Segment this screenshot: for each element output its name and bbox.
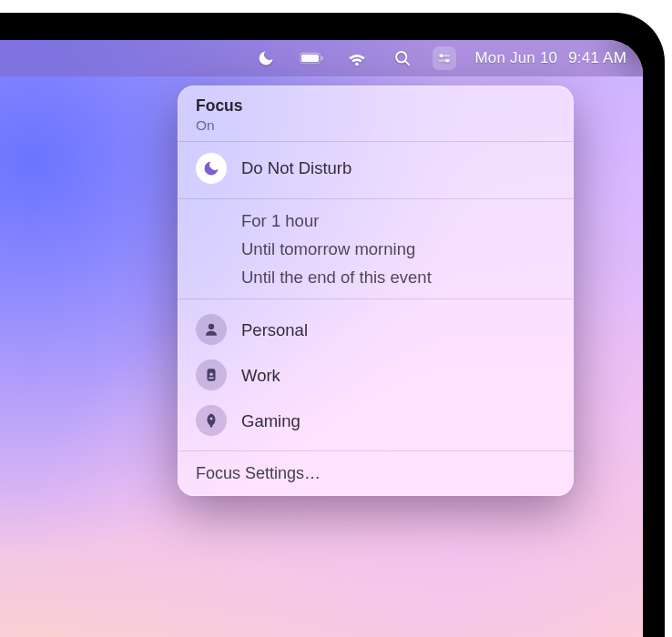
mode-personal[interactable]: Personal	[178, 307, 574, 352]
mode-work[interactable]: Work	[178, 352, 574, 398]
focus-settings-link[interactable]: Focus Settings…	[178, 455, 574, 489]
focus-panel: Focus On Do Not Disturb For 1 hour Until…	[178, 86, 574, 496]
person-icon	[196, 314, 227, 345]
search-icon[interactable]	[391, 46, 414, 70]
battery-icon[interactable]	[300, 46, 323, 70]
duration-1-hour[interactable]: For 1 hour	[178, 207, 574, 235]
badge-icon	[196, 359, 227, 390]
menubar-datetime[interactable]: Mon Jun 10 9:41 AM	[474, 49, 626, 67]
svg-point-8	[446, 59, 450, 63]
mode-label: Do Not Disturb	[241, 157, 351, 178]
divider	[178, 298, 574, 299]
wifi-icon[interactable]	[345, 46, 369, 70]
mode-do-not-disturb[interactable]: Do Not Disturb	[178, 146, 574, 191]
svg-point-9	[209, 324, 214, 329]
svg-rect-1	[301, 55, 319, 62]
duration-options: For 1 hour Until tomorrow morning Until …	[178, 203, 574, 295]
moon-icon[interactable]	[254, 46, 278, 70]
menubar-date: Mon Jun 10	[474, 49, 557, 67]
rocket-icon	[196, 405, 227, 436]
svg-rect-12	[209, 378, 214, 379]
duration-tomorrow-morning[interactable]: Until tomorrow morning	[178, 235, 574, 263]
divider	[178, 450, 574, 451]
mode-gaming[interactable]: Gaming	[178, 398, 574, 443]
menubar-time: 9:41 AM	[568, 49, 626, 67]
svg-line-4	[405, 61, 409, 65]
duration-end-of-event[interactable]: Until the end of this event	[178, 263, 574, 291]
moon-icon	[196, 153, 227, 184]
control-center-icon[interactable]	[433, 46, 456, 70]
panel-status: On	[196, 117, 555, 134]
divider	[178, 198, 574, 199]
svg-point-13	[210, 418, 213, 420]
panel-title: Focus	[196, 96, 555, 116]
svg-point-11	[209, 373, 212, 376]
focus-modes-list: Personal Work Gaming	[178, 303, 574, 447]
focus-panel-header: Focus On	[178, 86, 574, 142]
menubar: Mon Jun 10 9:41 AM	[0, 40, 643, 76]
svg-point-6	[440, 54, 443, 57]
svg-rect-2	[321, 56, 323, 61]
